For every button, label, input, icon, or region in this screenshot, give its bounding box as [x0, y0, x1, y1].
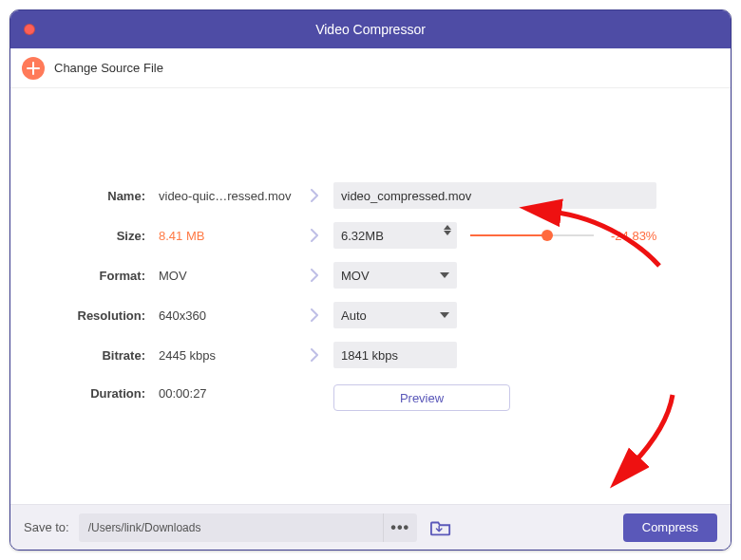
- chevron-right-icon: [295, 189, 333, 202]
- chevron-right-icon: [295, 269, 333, 282]
- resolution-output-select[interactable]: Auto: [333, 302, 457, 328]
- slider-thumb[interactable]: [542, 230, 553, 241]
- preview-button[interactable]: Preview: [333, 384, 510, 411]
- format-label: Format:: [39, 269, 153, 283]
- size-label: Size:: [39, 229, 153, 243]
- bitrate-source-value: 2445 kbps: [153, 348, 295, 363]
- compress-button[interactable]: Compress: [623, 513, 717, 542]
- footer: Save to: /Users/link/Downloads ••• Compr…: [10, 504, 731, 550]
- size-output-stepper[interactable]: 6.32MB: [333, 222, 457, 249]
- chevron-right-icon: [295, 308, 333, 322]
- folder-icon: [430, 518, 451, 537]
- main-panel: Name: video-quic…ressed.mov Size: 8.41 M…: [10, 88, 731, 504]
- close-window-button[interactable]: [24, 24, 35, 35]
- resolution-output-value: Auto: [341, 308, 367, 323]
- size-percent: -24.83%: [611, 229, 656, 243]
- chevron-right-icon: [295, 229, 333, 242]
- chevron-down-icon: [440, 272, 449, 278]
- toolbar: Change Source File: [10, 48, 731, 88]
- size-source-value: 8.41 MB: [153, 229, 295, 243]
- duration-value: 00:00:27: [153, 386, 295, 401]
- row-size: Size: 8.41 MB 6.32MB -24.83%: [39, 215, 702, 255]
- name-source-value: video-quic…ressed.mov: [153, 189, 295, 203]
- size-output-value: 6.32MB: [341, 229, 384, 243]
- format-source-value: MOV: [153, 269, 295, 283]
- browse-button[interactable]: •••: [383, 513, 417, 542]
- open-folder-button[interactable]: [427, 515, 455, 540]
- add-icon[interactable]: [22, 57, 45, 80]
- name-output-input[interactable]: [333, 182, 656, 209]
- format-output-value: MOV: [341, 269, 370, 283]
- format-output-select[interactable]: MOV: [333, 262, 457, 289]
- resolution-label: Resolution:: [39, 308, 153, 323]
- row-bitrate: Bitrate: 2445 kbps 1841 kbps: [39, 335, 702, 375]
- name-label: Name:: [39, 189, 153, 203]
- window-title: Video Compressor: [10, 22, 731, 37]
- resolution-source-value: 640x360: [153, 308, 295, 323]
- chevron-right-icon: [295, 348, 333, 362]
- app-window: Video Compressor Change Source File Name…: [10, 9, 732, 551]
- stepper-down-icon[interactable]: [444, 231, 451, 235]
- bitrate-label: Bitrate:: [39, 348, 153, 363]
- save-path-field[interactable]: /Users/link/Downloads: [79, 513, 383, 542]
- size-slider[interactable]: [470, 234, 594, 236]
- row-duration: Duration: 00:00:27 Preview: [39, 375, 702, 411]
- duration-label: Duration:: [39, 386, 153, 401]
- titlebar: Video Compressor: [10, 10, 731, 48]
- save-to-label: Save to:: [24, 520, 69, 534]
- bitrate-output-field[interactable]: 1841 kbps: [333, 342, 457, 368]
- stepper-up-icon[interactable]: [444, 225, 451, 230]
- row-name: Name: video-quic…ressed.mov: [39, 176, 702, 215]
- change-source-button[interactable]: Change Source File: [54, 61, 163, 75]
- row-resolution: Resolution: 640x360 Auto: [39, 295, 702, 335]
- chevron-down-icon: [440, 312, 449, 318]
- row-format: Format: MOV MOV: [39, 255, 702, 295]
- bitrate-output-value: 1841 kbps: [341, 348, 398, 363]
